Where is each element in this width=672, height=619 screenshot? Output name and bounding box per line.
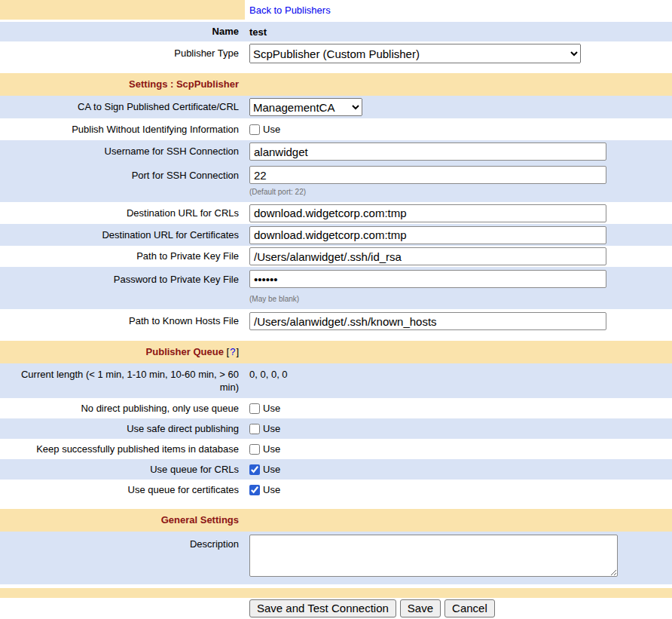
safe-direct-checkbox-group: Use [249,423,280,434]
knownhosts-label: Path to Known Hosts File [0,309,245,333]
back-to-publishers-link[interactable]: Back to Publishers [249,5,331,16]
no-direct-label: No direct publishing, only use queue [0,398,245,418]
general-header-row: General Settings [0,509,672,532]
anon-use-label: Use [263,124,280,135]
save-button[interactable]: Save [400,599,441,617]
crl-url-row: Destination URL for CRLs [0,202,672,224]
settings-header-spacer [245,73,672,96]
save-and-test-button[interactable]: Save and Test Connection [249,599,396,617]
queue-header-spacer [245,341,672,363]
queue-crls-use-label: Use [263,464,280,475]
footer-band [0,588,672,598]
footer-band-right [245,588,672,598]
help-bracket-open: [ [227,346,230,357]
footer-band-left [0,588,245,598]
username-input[interactable] [249,142,606,161]
password-cell: (May be blank) [245,267,672,309]
publisher-type-cell: ScpPublisher (Custom Publisher) [245,41,672,66]
queue-certs-checkbox[interactable] [249,485,260,495]
queue-header-row: Publisher Queue [?] [0,341,672,363]
cancel-button[interactable]: Cancel [444,599,495,617]
publisher-type-label: Publisher Type [0,41,245,66]
password-label: Password to Private Key File [0,267,245,309]
settings-header-row: Settings : ScpPublisher [0,73,672,96]
queue-length-value: 0, 0, 0, 0 [245,363,672,398]
keep-items-use-label: Use [263,443,280,455]
publisher-type-select[interactable]: ScpPublisher (Custom Publisher) [249,44,581,63]
queue-crls-checkbox-group: Use [249,464,280,475]
settings-header-cell: Settings : ScpPublisher [0,73,245,96]
queue-certs-cell: Use [245,480,672,500]
ca-select[interactable]: ManagementCA [249,98,362,116]
port-input[interactable] [249,166,606,184]
section-gap [0,66,672,73]
safe-direct-cell: Use [245,418,672,439]
edit-publisher-page: Back to Publishers Name test Publisher T… [0,0,672,618]
password-hint: (May be blank) [249,295,299,304]
cert-url-label: Destination URL for Certificates [0,224,245,246]
keep-items-label: Keep successfully published items in dat… [0,439,245,459]
ca-row: CA to Sign Published Certificate/CRL Man… [0,96,672,118]
queue-certs-checkbox-group: Use [249,484,280,495]
description-label: Description [0,532,245,584]
queue-header-text: Publisher Queue [?] [146,345,239,358]
anon-checkbox[interactable] [249,124,260,135]
keep-items-checkbox-group: Use [249,443,280,455]
no-direct-checkbox[interactable] [249,403,260,414]
port-hint: (Default port: 22) [249,188,306,197]
anon-label: Publish Without Identifying Information [0,118,245,140]
keep-items-row: Keep successfully published items in dat… [0,439,672,459]
queue-section-title: Publisher Queue [146,346,224,357]
safe-direct-checkbox[interactable] [249,424,260,434]
description-cell [245,532,672,584]
keep-items-cell: Use [245,439,672,459]
safe-direct-use-label: Use [263,423,280,434]
queue-help-link[interactable]: ? [230,346,235,357]
queue-length-label: Current length (< 1 min, 1-10 min, 10-60… [0,363,245,398]
back-link-cell: Back to Publishers [245,0,672,20]
general-header-spacer [245,509,672,532]
back-row: Back to Publishers [0,0,672,20]
cert-url-cell [245,224,672,246]
no-direct-row: No direct publishing, only use queue Use [0,398,672,418]
port-row: Port for SSH Connection (Default port: 2… [0,163,672,202]
queue-crls-row: Use queue for CRLs Use [0,459,672,480]
queue-crls-label: Use queue for CRLs [0,459,245,480]
section-gap [0,500,672,509]
description-textarea[interactable] [249,535,618,577]
port-label: Port for SSH Connection [0,163,245,202]
queue-crls-checkbox[interactable] [249,464,260,475]
section-gap [0,333,672,341]
crl-url-input[interactable] [249,204,606,222]
privkey-input[interactable] [249,247,606,265]
crl-url-label: Destination URL for CRLs [0,202,245,224]
port-cell: (Default port: 22) [245,163,672,202]
general-section-title: General Settings [161,513,239,526]
queue-length-row: Current length (< 1 min, 1-10 min, 10-60… [0,363,672,398]
actions-cell: Save and Test Connection Save Cancel [245,598,672,618]
general-header-cell: General Settings [0,509,245,532]
privkey-label: Path to Private Key File [0,246,245,267]
password-row: Password to Private Key File (May be bla… [0,267,672,309]
ca-label: CA to Sign Published Certificate/CRL [0,96,245,118]
help-bracket-close: ] [236,346,239,357]
name-value: test [245,22,672,41]
cert-url-input[interactable] [249,226,606,244]
anon-checkbox-group: Use [249,124,280,135]
crl-url-cell [245,202,672,224]
anon-cell: Use [245,118,672,140]
keep-items-checkbox[interactable] [249,444,260,455]
queue-certs-label: Use queue for certificates [0,480,245,500]
knownhosts-input[interactable] [249,312,606,330]
username-cell [245,140,672,163]
safe-direct-label: Use safe direct publishing [0,418,245,439]
anon-row: Publish Without Identifying Information … [0,118,672,140]
privkey-cell [245,246,672,267]
publisher-type-row: Publisher Type ScpPublisher (Custom Publ… [0,41,672,66]
queue-header-cell: Publisher Queue [?] [0,341,245,363]
username-row: Username for SSH Connection [0,140,672,163]
queue-crls-cell: Use [245,459,672,480]
password-input[interactable] [249,270,606,288]
actions-row: Save and Test Connection Save Cancel [0,598,672,618]
privkey-row: Path to Private Key File [0,246,672,267]
